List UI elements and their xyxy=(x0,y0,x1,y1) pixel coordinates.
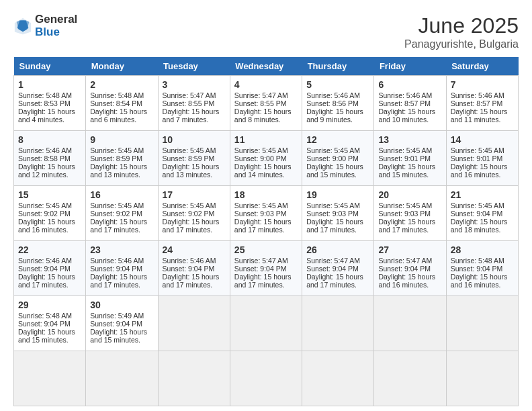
day-number: 17 xyxy=(163,189,226,200)
sunrise-text: Sunrise: 5:45 AM xyxy=(90,201,144,210)
daylight-text: Daylight: 15 hours and 14 minutes. xyxy=(234,163,292,179)
calendar-cell: 26 Sunrise: 5:47 AM Sunset: 9:04 PM Dayl… xyxy=(302,241,374,296)
sunset-text: Sunset: 8:58 PM xyxy=(18,154,71,163)
day-number: 11 xyxy=(234,134,298,145)
day-number: 15 xyxy=(18,189,81,200)
calendar-cell: 27 Sunrise: 5:47 AM Sunset: 9:04 PM Dayl… xyxy=(374,241,446,296)
day-number: 14 xyxy=(451,134,514,145)
calendar-cell xyxy=(158,296,230,351)
day-number: 28 xyxy=(451,244,514,255)
sunset-text: Sunset: 9:04 PM xyxy=(18,265,71,273)
sunrise-text: Sunrise: 5:45 AM xyxy=(451,201,504,210)
day-number: 23 xyxy=(90,244,153,255)
sunrise-text: Sunrise: 5:46 AM xyxy=(18,257,72,265)
calendar-cell: 29 Sunrise: 5:48 AM Sunset: 9:04 PM Dayl… xyxy=(14,296,86,351)
calendar-cell: 17 Sunrise: 5:45 AM Sunset: 9:02 PM Dayl… xyxy=(158,186,230,241)
daylight-text: Daylight: 15 hours and 13 minutes. xyxy=(163,163,220,179)
sunset-text: Sunset: 8:59 PM xyxy=(90,154,142,163)
calendar-row: 22 Sunrise: 5:46 AM Sunset: 9:04 PM Dayl… xyxy=(14,241,519,296)
logo-blue: Blue xyxy=(35,26,77,39)
day-number: 4 xyxy=(234,79,298,90)
calendar-cell: 16 Sunrise: 5:45 AM Sunset: 9:02 PM Dayl… xyxy=(86,186,158,241)
daylight-text: Daylight: 15 hours and 16 minutes. xyxy=(451,163,508,179)
sunrise-text: Sunrise: 5:45 AM xyxy=(306,201,360,210)
sunset-text: Sunset: 9:04 PM xyxy=(451,210,503,218)
header-saturday: Saturday xyxy=(446,57,518,76)
daylight-text: Daylight: 15 hours and 15 minutes. xyxy=(90,328,147,344)
sunrise-text: Sunrise: 5:47 AM xyxy=(306,257,360,265)
daylight-text: Daylight: 15 hours and 16 minutes. xyxy=(451,273,508,289)
sunrise-text: Sunrise: 5:48 AM xyxy=(90,91,144,99)
daylight-text: Daylight: 15 hours and 17 minutes. xyxy=(90,218,147,234)
daylight-text: Daylight: 15 hours and 17 minutes. xyxy=(163,273,220,289)
day-number: 30 xyxy=(90,300,153,310)
calendar-cell: 13 Sunrise: 5:45 AM Sunset: 9:01 PM Dayl… xyxy=(374,131,446,186)
header-tuesday: Tuesday xyxy=(158,57,230,76)
calendar-cell: 22 Sunrise: 5:46 AM Sunset: 9:04 PM Dayl… xyxy=(14,241,86,296)
sunset-text: Sunset: 8:55 PM xyxy=(163,99,215,107)
sunrise-text: Sunrise: 5:45 AM xyxy=(234,201,288,210)
calendar-cell: 11 Sunrise: 5:45 AM Sunset: 9:00 PM Dayl… xyxy=(230,131,302,186)
sunset-text: Sunset: 9:03 PM xyxy=(234,210,287,218)
calendar-table: Sunday Monday Tuesday Wednesday Thursday… xyxy=(13,57,519,406)
day-number: 22 xyxy=(18,244,81,255)
calendar-cell xyxy=(158,351,230,406)
header-friday: Friday xyxy=(374,57,446,76)
daylight-text: Daylight: 15 hours and 17 minutes. xyxy=(306,218,363,234)
sunset-text: Sunset: 9:00 PM xyxy=(306,154,359,163)
calendar-cell: 19 Sunrise: 5:45 AM Sunset: 9:03 PM Dayl… xyxy=(302,186,374,241)
day-number: 12 xyxy=(306,134,369,145)
sunrise-text: Sunrise: 5:45 AM xyxy=(378,201,432,210)
day-number: 25 xyxy=(234,244,298,255)
daylight-text: Daylight: 15 hours and 15 minutes. xyxy=(378,163,435,179)
sunset-text: Sunset: 9:03 PM xyxy=(306,210,359,218)
header-wednesday: Wednesday xyxy=(230,57,302,76)
calendar-cell: 8 Sunrise: 5:46 AM Sunset: 8:58 PM Dayli… xyxy=(14,131,86,186)
daylight-text: Daylight: 15 hours and 8 minutes. xyxy=(234,107,292,124)
logo: General Blue xyxy=(13,13,77,38)
daylight-text: Daylight: 15 hours and 15 minutes. xyxy=(306,163,363,179)
daylight-text: Daylight: 15 hours and 16 minutes. xyxy=(378,273,435,289)
location-subtitle: Panagyurishte, Bulgaria xyxy=(404,38,519,50)
day-number: 3 xyxy=(163,79,226,90)
sunset-text: Sunset: 9:02 PM xyxy=(18,210,71,218)
sunset-text: Sunset: 9:04 PM xyxy=(234,265,287,273)
sunrise-text: Sunrise: 5:45 AM xyxy=(234,146,288,154)
day-number: 18 xyxy=(234,189,298,200)
sunrise-text: Sunrise: 5:47 AM xyxy=(163,91,216,99)
day-number: 13 xyxy=(378,134,441,145)
sunrise-text: Sunrise: 5:45 AM xyxy=(378,146,432,154)
day-number: 26 xyxy=(306,244,369,255)
sunset-text: Sunset: 9:04 PM xyxy=(90,320,142,328)
title-section: June 2025 Panagyurishte, Bulgaria xyxy=(404,13,519,50)
day-number: 9 xyxy=(90,134,153,145)
sunrise-text: Sunrise: 5:47 AM xyxy=(234,91,288,99)
month-year-title: June 2025 xyxy=(404,13,519,38)
sunrise-text: Sunrise: 5:45 AM xyxy=(451,146,504,154)
calendar-cell: 9 Sunrise: 5:45 AM Sunset: 8:59 PM Dayli… xyxy=(86,131,158,186)
sunset-text: Sunset: 9:01 PM xyxy=(378,154,431,163)
sunset-text: Sunset: 8:57 PM xyxy=(451,99,503,107)
sunrise-text: Sunrise: 5:45 AM xyxy=(18,201,72,210)
sunset-text: Sunset: 9:04 PM xyxy=(90,265,142,273)
sunset-text: Sunset: 9:03 PM xyxy=(378,210,431,218)
calendar-row: 29 Sunrise: 5:48 AM Sunset: 9:04 PM Dayl… xyxy=(14,296,519,351)
calendar-cell: 21 Sunrise: 5:45 AM Sunset: 9:04 PM Dayl… xyxy=(446,186,518,241)
daylight-text: Daylight: 15 hours and 17 minutes. xyxy=(378,218,435,234)
daylight-text: Daylight: 15 hours and 16 minutes. xyxy=(18,218,75,234)
calendar-cell: 4 Sunrise: 5:47 AM Sunset: 8:55 PM Dayli… xyxy=(230,76,302,131)
sunset-text: Sunset: 8:54 PM xyxy=(90,99,142,107)
day-number: 20 xyxy=(378,189,441,200)
calendar-cell: 23 Sunrise: 5:46 AM Sunset: 9:04 PM Dayl… xyxy=(86,241,158,296)
calendar-cell: 24 Sunrise: 5:46 AM Sunset: 9:04 PM Dayl… xyxy=(158,241,230,296)
sunset-text: Sunset: 9:04 PM xyxy=(18,320,71,328)
daylight-text: Daylight: 15 hours and 17 minutes. xyxy=(163,218,220,234)
sunset-text: Sunset: 9:04 PM xyxy=(451,265,503,273)
sunset-text: Sunset: 9:02 PM xyxy=(163,210,215,218)
calendar-cell xyxy=(446,351,518,406)
sunset-text: Sunset: 9:02 PM xyxy=(90,210,142,218)
calendar-cell xyxy=(446,296,518,351)
daylight-text: Daylight: 15 hours and 18 minutes. xyxy=(451,218,508,234)
sunrise-text: Sunrise: 5:49 AM xyxy=(90,312,144,320)
calendar-cell xyxy=(302,296,374,351)
